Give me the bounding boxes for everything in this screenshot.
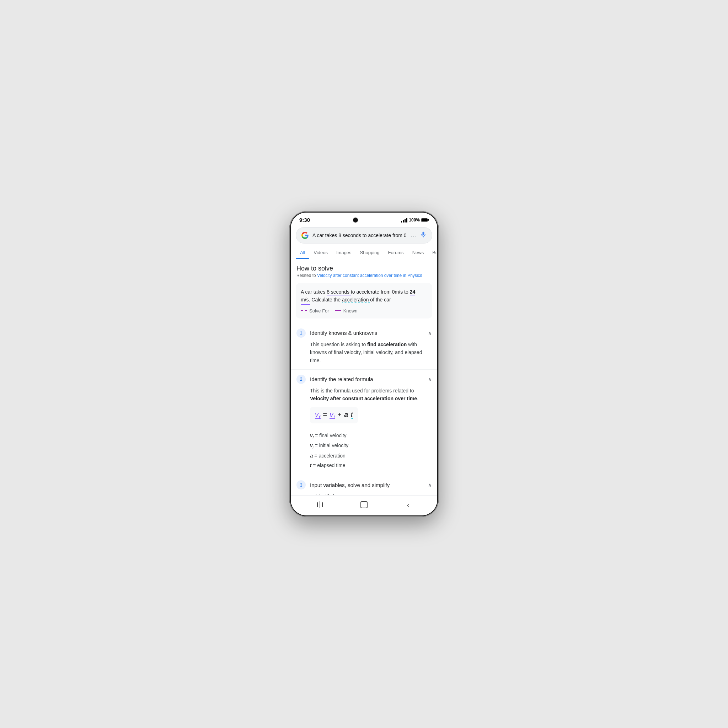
recents-icon — [317, 501, 323, 508]
how-to-solve-header: How to solve Related to Velocity after c… — [291, 259, 437, 279]
step-1-body: This question is asking to find accelera… — [297, 341, 431, 364]
legend-vf: vf = final velocity — [310, 430, 431, 441]
formula-display: vf = vi + a t — [315, 411, 353, 419]
step-2-number: 2 — [297, 375, 306, 384]
formula-box: vf = vi + a t — [310, 407, 358, 424]
dashed-indicator-icon — [301, 310, 307, 311]
step-3-number: 3 — [297, 480, 306, 489]
tag-known-label: Known — [343, 308, 358, 314]
nav-bar: ‹ — [291, 495, 437, 515]
tab-shopping[interactable]: Shopping — [356, 246, 384, 259]
search-bar-container: A car takes 8 seconds to accelerate from… — [291, 224, 437, 246]
tag-solve-for: Solve For — [301, 308, 329, 314]
tab-news[interactable]: News — [408, 246, 428, 259]
phone-screen: 9:30 100% — [291, 213, 437, 515]
home-icon — [361, 501, 367, 508]
tab-forums[interactable]: Forums — [384, 246, 408, 259]
step-2-body: This is the formula used for problems re… — [297, 387, 431, 403]
formula-legend: vf = final velocity vi = initial velocit… — [297, 430, 431, 470]
signal-bars-icon — [401, 217, 407, 223]
how-to-solve-subtitle: Related to Velocity after constant accel… — [297, 273, 431, 278]
step-2-title: Identify the related formula — [310, 376, 373, 382]
formula-vi: vi — [329, 411, 335, 419]
camera-dot — [353, 217, 358, 223]
signal-bar-2 — [403, 220, 404, 223]
search-bar[interactable]: A car takes 8 seconds to accelerate from… — [296, 227, 432, 243]
legend-vi: vi = initial velocity — [310, 440, 431, 451]
status-bar: 9:30 100% — [291, 213, 437, 224]
step-2-chevron-icon[interactable]: ∧ — [428, 376, 431, 382]
nav-back-button[interactable]: ‹ — [401, 500, 415, 510]
nav-recents-button[interactable] — [313, 500, 327, 510]
step-1-header[interactable]: 1 Identify knowns & unknowns ∧ — [297, 329, 431, 338]
step-3: 3 Input variables, solve and simplify ∧ … — [291, 475, 437, 495]
signal-bar-4 — [406, 218, 407, 223]
step-3-body: a. Identify knowns — [297, 492, 431, 495]
step-2-header[interactable]: 2 Identify the related formula ∧ — [297, 375, 431, 384]
phone-frame: 9:30 100% — [289, 211, 439, 517]
step-1: 1 Identify knowns & unknowns ∧ This ques… — [291, 323, 437, 370]
problem-card: A car takes 8 seconds to accelerate from… — [296, 283, 432, 318]
highlight-acceleration: acceleration — [342, 297, 370, 303]
step-1-chevron-icon[interactable]: ∧ — [428, 330, 431, 336]
status-time: 9:30 — [299, 217, 310, 223]
tag-known: Known — [335, 308, 358, 314]
content-area: How to solve Related to Velocity after c… — [291, 259, 437, 495]
tag-solve-label: Solve For — [309, 308, 329, 314]
step-1-number: 1 — [297, 329, 306, 338]
step-2-header-left: 2 Identify the related formula — [297, 375, 373, 384]
highlight-8-seconds: 8 seconds — [327, 289, 351, 295]
battery-icon — [421, 218, 429, 222]
highlight-24: 24 — [410, 289, 416, 295]
search-query-text: A car takes 8 seconds to accelerate from… — [312, 232, 407, 238]
legend-t: t = elapsed time — [310, 460, 431, 470]
tab-images[interactable]: Images — [332, 246, 356, 259]
step-1-title: Identify knowns & unknowns — [310, 330, 377, 336]
battery-percent: 100% — [409, 217, 420, 223]
search-tabs: All Videos Images Shopping Forums News B… — [291, 246, 437, 259]
tab-books[interactable]: Boo… — [428, 246, 437, 259]
step-2: 2 Identify the related formula ∧ This is… — [291, 370, 437, 475]
legend-a: a = acceleration — [310, 451, 431, 460]
status-icons: 100% — [401, 217, 429, 223]
step-1-header-left: 1 Identify knowns & unknowns — [297, 329, 377, 338]
signal-bar-3 — [405, 219, 405, 223]
step-3-title: Input variables, solve and simplify — [310, 482, 390, 488]
formula-t: t — [351, 411, 353, 419]
how-to-solve-link[interactable]: Velocity after constant acceleration ove… — [317, 273, 422, 278]
highlight-ms: m/s. — [301, 296, 310, 304]
step-3-header-left: 3 Input variables, solve and simplify — [297, 480, 390, 489]
step-3-chevron-icon[interactable]: ∧ — [428, 482, 431, 488]
search-truncation: … — [411, 232, 416, 239]
step-3-header[interactable]: 3 Input variables, solve and simplify ∧ — [297, 480, 431, 489]
problem-tags: Solve For Known — [301, 308, 427, 314]
tab-videos[interactable]: Videos — [309, 246, 332, 259]
problem-text: A car takes 8 seconds to accelerate from… — [301, 288, 427, 304]
tab-all[interactable]: All — [296, 246, 309, 259]
solid-indicator-icon — [335, 310, 341, 311]
back-icon: ‹ — [407, 501, 410, 509]
signal-bar-1 — [401, 221, 402, 223]
google-logo-icon — [301, 231, 309, 239]
how-to-solve-title: How to solve — [297, 265, 431, 272]
microphone-icon[interactable] — [420, 231, 427, 240]
formula-vf: vf — [315, 411, 321, 419]
formula-a: a — [344, 411, 348, 418]
nav-home-button[interactable] — [357, 500, 371, 510]
steps-container: 1 Identify knowns & unknowns ∧ This ques… — [291, 322, 437, 495]
